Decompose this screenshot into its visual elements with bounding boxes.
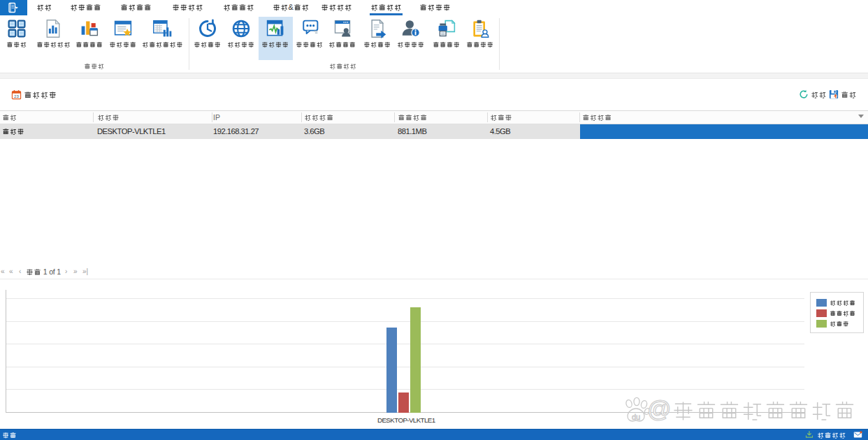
svg-text:23: 23 bbox=[14, 94, 19, 98]
svg-text:du: du bbox=[632, 413, 640, 421]
